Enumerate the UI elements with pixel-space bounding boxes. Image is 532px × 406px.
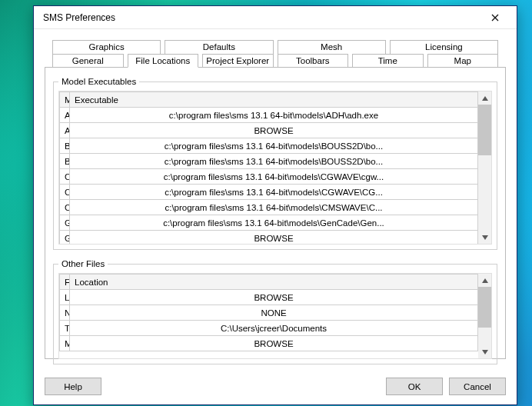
scroll-down-button[interactable] [478,345,491,358]
row-value-cell[interactable]: c:\program files\sms 13.1 64-bit\models\… [70,154,478,169]
row-value-cell[interactable]: c:\program files\sms 13.1 64-bit\models\… [70,185,478,200]
col-header-location[interactable]: Location [70,275,478,290]
row-name-cell[interactable]: CGWAVE_TRANS [60,185,70,200]
tab-defaults[interactable]: Defaults [165,40,273,54]
tab-mesh[interactable]: Mesh [278,40,386,54]
window-close-button[interactable] [478,7,512,28]
spacer [101,378,380,395]
table-row: ASWIPBROWSE [60,123,478,138]
scrollbar[interactable] [478,92,491,244]
row-value-cell[interactable]: BROWSE [70,231,478,245]
scroll-thumb[interactable] [478,287,491,328]
scroll-up-button[interactable] [478,274,491,287]
row-name-cell[interactable]: CMS-WAVE [60,200,70,215]
row-value-cell[interactable]: BROWSE [70,290,478,305]
group-model-executables: Model Executables Model Executable ADHc:… [53,77,497,250]
table-row: BOUSS-2Dc:\program files\sms 13.1 64-bit… [60,154,478,169]
col-header-executable[interactable]: Executable [70,92,478,108]
other-files-table-wrap: File Location LATLON conversion filesBRO… [58,273,492,359]
close-icon [491,14,499,22]
tab-map[interactable]: Map [427,54,499,68]
table-row: CGWAVE_TRANSc:\program files\sms 13.1 64… [60,185,478,200]
row-name-cell[interactable]: ADH [60,108,70,123]
tab-strip: GraphicsDefaultsMeshLicensing GeneralFil… [45,40,506,68]
ok-button[interactable]: OK [386,378,443,395]
table-row: TUFLOW Simulations Lo...C:\Users\jcreer\… [60,321,478,336]
scrollbar[interactable] [478,274,491,358]
table-row: CMS-WAVEc:\program files\sms 13.1 64-bit… [60,200,478,215]
scroll-track[interactable] [478,105,491,231]
scroll-track[interactable] [478,287,491,345]
group-other-files: Other Files File Location LATLON convers… [53,259,497,364]
row-value-cell[interactable]: c:\program files\sms 13.1 64-bit\models\… [70,200,478,215]
model-executables-table-wrap: Model Executable ADHc:\program files\sms… [58,91,492,245]
group-legend: Other Files [58,259,108,268]
cancel-button[interactable]: Cancel [449,378,506,395]
scroll-thumb[interactable] [478,105,491,155]
preferences-window: SMS Preferences GraphicsDefaultsMeshLice… [33,5,517,405]
tab-licensing[interactable]: Licensing [390,40,498,54]
chevron-up-icon [482,96,488,101]
tab-toolbars[interactable]: Toolbars [278,54,349,68]
row-name-cell[interactable]: MPIEXEC [60,336,70,351]
table-row: ADHc:\program files\sms 13.1 64-bit\mode… [60,108,478,123]
row-value-cell[interactable]: c:\program files\sms 13.1 64-bit\models\… [70,138,478,154]
tab-body-file-locations: Model Executables Model Executable ADHc:… [45,67,506,359]
scroll-down-button[interactable] [478,231,491,244]
tab-project-explorer[interactable]: Project Explorer [202,54,274,68]
tab-file-locations[interactable]: File Locations [128,54,199,68]
titlebar: SMS Preferences [34,6,517,29]
dialog-button-bar: Help OK Cancel [34,370,517,404]
row-value-cell[interactable]: BROWSE [70,123,478,138]
tab-time[interactable]: Time [352,54,424,68]
chevron-up-icon [482,278,488,283]
table-row: LATLON conversion filesBROWSE [60,290,478,305]
row-name-cell[interactable]: BOUSS-1D [60,138,70,154]
client-area: GraphicsDefaultsMeshLicensing GeneralFil… [34,29,517,370]
table-row: North Arrows PathNONE [60,305,478,321]
group-legend: Model Executables [58,77,139,86]
tab-graphics[interactable]: Graphics [52,40,161,54]
table-row: CGWAVEc:\program files\sms 13.1 64-bit\m… [60,169,478,185]
other-files-table: File Location LATLON conversion filesBRO… [59,274,478,351]
col-header-model[interactable]: Model [60,92,70,108]
row-value-cell[interactable]: NONE [70,305,478,321]
row-name-cell[interactable]: Generic [60,231,70,245]
tab-general[interactable]: General [52,54,124,68]
row-name-cell[interactable]: GenCade [60,215,70,231]
table-row: BOUSS-1Dc:\program files\sms 13.1 64-bit… [60,138,478,154]
row-name-cell[interactable]: ASWIP [60,123,70,138]
col-header-file[interactable]: File [60,275,70,290]
chevron-down-icon [482,350,488,354]
table-row: GenCadec:\program files\sms 13.1 64-bit\… [60,215,478,231]
row-value-cell[interactable]: C:\Users\jcreer\Documents [70,321,478,336]
row-name-cell[interactable]: LATLON conversion files [60,290,70,305]
scroll-up-button[interactable] [478,92,491,105]
chevron-down-icon [482,235,488,240]
row-value-cell[interactable]: c:\program files\sms 13.1 64-bit\models\… [70,169,478,185]
table-row: GenericBROWSE [60,231,478,245]
row-name-cell[interactable]: North Arrows Path [60,305,70,321]
model-executables-table: Model Executable ADHc:\program files\sms… [59,92,478,245]
window-title: SMS Preferences [43,12,478,23]
row-value-cell[interactable]: c:\program files\sms 13.1 64-bit\models\… [70,215,478,231]
help-button[interactable]: Help [45,378,101,395]
row-value-cell[interactable]: BROWSE [70,336,478,351]
row-name-cell[interactable]: TUFLOW Simulations Lo... [60,321,70,336]
row-name-cell[interactable]: BOUSS-2D [60,154,70,169]
row-name-cell[interactable]: CGWAVE [60,169,70,185]
row-value-cell[interactable]: c:\program files\sms 13.1 64-bit\models\… [70,108,478,123]
table-row: MPIEXECBROWSE [60,336,478,351]
